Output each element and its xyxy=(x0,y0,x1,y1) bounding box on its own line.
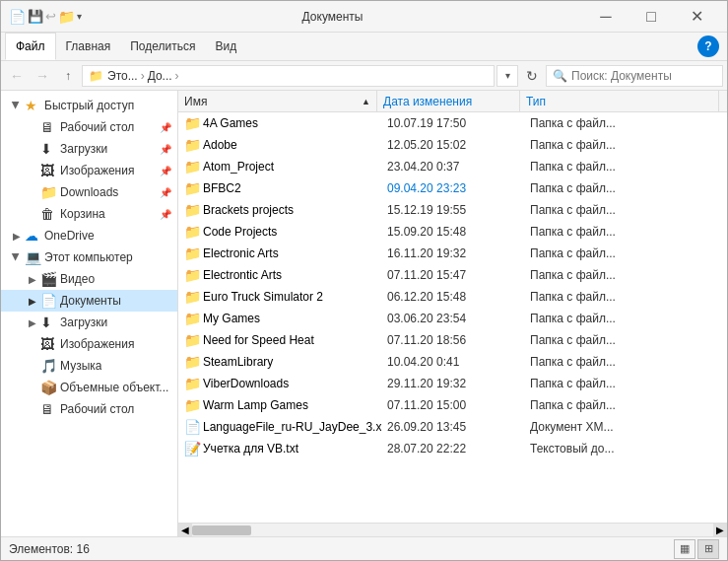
sidebar-item-downloads[interactable]: ▶ ⬇ Загрузки 📌 xyxy=(1,138,177,160)
title-bar-save-icon[interactable]: 💾 xyxy=(28,9,43,24)
address-bar: ← → ↑ 📁 Это... › До... › ▾ ↻ 🔍 xyxy=(1,61,727,91)
status-text: Элементов: 16 xyxy=(9,542,674,556)
view-details-button[interactable]: ▦ xyxy=(674,539,695,559)
up-button[interactable]: ↑ xyxy=(56,64,80,88)
tab-file[interactable]: Файл xyxy=(5,33,56,60)
sidebar-label-onedrive: OneDrive xyxy=(44,229,95,243)
path-segment-2: До... xyxy=(148,69,172,83)
file-type-cell: Папка с файл... xyxy=(524,134,727,156)
sidebar-item-downloads3[interactable]: ▶ ⬇ Загрузки xyxy=(1,312,177,333)
col-header-date[interactable]: Дата изменения xyxy=(377,91,520,112)
table-row[interactable]: 📁 Electrontic Arts 07.11.20 15:47 Папка … xyxy=(178,264,727,286)
col-header-name[interactable]: Имя ▲ xyxy=(178,91,377,112)
sidebar-item-images2[interactable]: ▶ 🖼 Изображения xyxy=(1,333,177,355)
table-row[interactable]: 📁 Code Projects 15.09.20 15:48 Папка с ф… xyxy=(178,221,727,243)
sidebar-item-video[interactable]: ▶ 🎬 Видео xyxy=(1,268,177,290)
table-row[interactable]: 📁 BFBC2 09.04.20 23:23 Папка с файл... xyxy=(178,177,727,199)
sidebar-item-music[interactable]: ▶ 🎵 Музыка xyxy=(1,355,177,377)
refresh-button[interactable]: ↻ xyxy=(520,64,544,88)
close-button[interactable]: ✕ xyxy=(674,1,719,33)
file-name-cell: 📁 Warm Lamp Games xyxy=(178,394,381,416)
table-row[interactable]: 📁 Adobe 12.05.20 15:02 Папка с файл... xyxy=(178,134,727,156)
file-date-cell: 16.11.20 19:32 xyxy=(381,243,524,264)
file-name-cell: 📁 My Games xyxy=(178,308,381,329)
sidebar-label-music: Музыка xyxy=(60,359,101,373)
help-button[interactable]: ? xyxy=(697,35,719,57)
file-name-cell: 📝 Учетка для VB.txt xyxy=(178,438,381,459)
folder-icon: 📁 xyxy=(184,289,201,305)
table-row[interactable]: 📁 My Games 03.06.20 23:54 Папка с файл..… xyxy=(178,308,727,329)
file-list-container[interactable]: 📁 4A Games 10.07.19 17:50 Папка с файл..… xyxy=(178,112,727,523)
sidebar-item-documents[interactable]: ▶ 📄 Документы xyxy=(1,290,177,312)
file-name: Brackets projects xyxy=(203,203,294,217)
table-row[interactable]: 📁 Atom_Project 23.04.20 0:37 Папка с фай… xyxy=(178,156,727,177)
table-row[interactable]: 📁 Warm Lamp Games 07.11.20 15:00 Папка с… xyxy=(178,394,727,416)
col-date-label: Дата изменения xyxy=(383,95,472,108)
cloud-icon: ☁ xyxy=(25,228,40,244)
sidebar-item-this-pc[interactable]: ▶ 💻 Этот компьютер xyxy=(1,246,177,268)
file-type-cell: Документ XM... xyxy=(524,416,727,438)
file-date-cell: 12.05.20 15:02 xyxy=(381,134,524,156)
pin-icon-images: 📌 xyxy=(160,166,171,176)
images-icon2: 🖼 xyxy=(40,336,56,352)
file-type-cell: Папка с файл... xyxy=(524,177,727,199)
trash-icon: 🗑 xyxy=(40,206,56,222)
file-type-cell: Текстовый до... xyxy=(524,438,727,459)
txt-icon: 📝 xyxy=(184,441,201,456)
file-header: Имя ▲ Дата изменения Тип xyxy=(178,91,727,112)
file-name-cell: 📁 ViberDownloads xyxy=(178,373,381,394)
folder-icon: 📁 xyxy=(184,159,201,175)
table-row[interactable]: 📁 Euro Truck Simulator 2 06.12.20 15:48 … xyxy=(178,286,727,308)
tab-view[interactable]: Вид xyxy=(205,33,246,60)
tab-share[interactable]: Поделиться xyxy=(120,33,205,60)
file-name: SteamLibrary xyxy=(203,355,273,369)
file-name-cell: 📁 BFBC2 xyxy=(178,177,381,199)
star-icon: ★ xyxy=(25,98,40,113)
back-button[interactable]: ← xyxy=(5,64,29,88)
folder-icon: 📁 xyxy=(184,137,201,153)
sidebar-item-downloads2[interactable]: ▶ 📁 Downloads 📌 xyxy=(1,181,177,203)
sidebar-item-desktop[interactable]: ▶ 🖥 Рабочий стол 📌 xyxy=(1,116,177,138)
search-box[interactable]: 🔍 xyxy=(546,65,723,87)
forward-button[interactable]: → xyxy=(31,64,54,88)
h-scroll-track[interactable] xyxy=(192,524,713,537)
view-large-button[interactable]: ⊞ xyxy=(697,539,719,559)
file-date-cell: 07.11.20 15:47 xyxy=(381,264,524,286)
h-scroll-left[interactable]: ◀ xyxy=(178,524,192,537)
h-scroll-right[interactable]: ▶ xyxy=(713,524,727,537)
restore-button[interactable]: □ xyxy=(629,1,674,33)
search-input[interactable] xyxy=(571,69,716,83)
address-dropdown[interactable]: ▾ xyxy=(496,65,518,87)
3d-icon: 📦 xyxy=(40,380,56,395)
table-row[interactable]: 📁 Electronic Arts 16.11.20 19:32 Папка с… xyxy=(178,243,727,264)
address-path[interactable]: 📁 Это... › До... › xyxy=(82,65,495,87)
ribbon-tabs: Файл Главная Поделиться Вид ? xyxy=(1,33,727,60)
sidebar-label-images: Изображения xyxy=(60,164,134,177)
sidebar-item-quick-access[interactable]: ▶ ★ Быстрый доступ xyxy=(1,95,177,116)
folder-icon: 📁 xyxy=(184,311,201,326)
sidebar-label-video: Видео xyxy=(60,272,95,286)
title-bar-undo-icon[interactable]: ↩ xyxy=(45,9,56,24)
table-row[interactable]: 📁 SteamLibrary 10.04.20 0:41 Папка с фай… xyxy=(178,351,727,373)
ribbon: Файл Главная Поделиться Вид ? xyxy=(1,33,727,61)
h-scroll-area[interactable]: ◀ ▶ xyxy=(178,523,727,536)
path-segment-1: Это... xyxy=(107,69,138,83)
sidebar-item-3d[interactable]: ▶ 📦 Объемные объект... xyxy=(1,377,177,398)
file-date-cell: 28.07.20 22:22 xyxy=(381,438,524,459)
tab-home[interactable]: Главная xyxy=(56,33,121,60)
table-row[interactable]: 📝 Учетка для VB.txt 28.07.20 22:22 Текст… xyxy=(178,438,727,459)
sidebar-item-onedrive[interactable]: ▶ ☁ OneDrive xyxy=(1,225,177,246)
table-row[interactable]: 📁 4A Games 10.07.19 17:50 Папка с файл..… xyxy=(178,112,727,134)
table-row[interactable]: 📁 ViberDownloads 29.11.20 19:32 Папка с … xyxy=(178,373,727,394)
table-row[interactable]: 📄 LanguageFile_ru-RU_JayDee_3.xml 26.09.… xyxy=(178,416,727,438)
table-row[interactable]: 📁 Need for Speed Heat 07.11.20 18:56 Пап… xyxy=(178,329,727,351)
col-header-type[interactable]: Тип xyxy=(520,91,719,112)
table-row[interactable]: 📁 Brackets projects 15.12.19 19:55 Папка… xyxy=(178,199,727,221)
expand-icon-this-pc: ▶ xyxy=(9,249,25,265)
sidebar-item-desktop2[interactable]: ▶ 🖥 Рабочий стол xyxy=(1,398,177,420)
file-type-cell: Папка с файл... xyxy=(524,373,727,394)
file-name-cell: 📁 Atom_Project xyxy=(178,156,381,177)
sidebar-item-korzina[interactable]: ▶ 🗑 Корзина 📌 xyxy=(1,203,177,225)
sidebar-item-images[interactable]: ▶ 🖼 Изображения 📌 xyxy=(1,160,177,181)
minimize-button[interactable]: ─ xyxy=(583,1,629,33)
